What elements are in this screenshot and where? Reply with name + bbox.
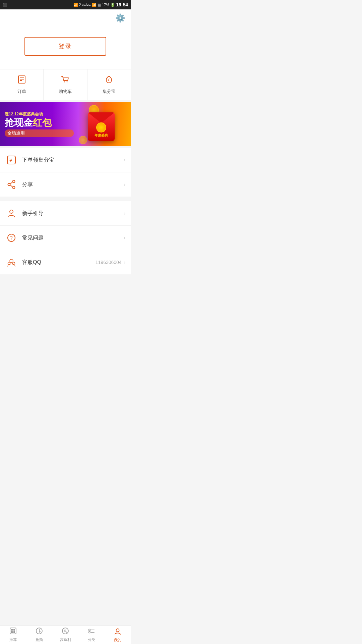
share-arrow: › [124,181,125,187]
qq-arrow: › [124,259,125,265]
banner-title-big: 抢现金红包 [5,118,74,128]
quick-action-orders[interactable]: 订单 [0,69,44,100]
menu-section-2: 新手引导 › ? 常见问题 › 客服QQ [0,201,131,274]
banner-right: 1212 年度盛典 [72,102,131,146]
svg-point-11 [13,186,15,189]
banner-content: 逛12.12年度盛典会场 抢现金红包 全场通用 [0,102,78,146]
cart-icon [61,75,70,87]
guide-icon [6,208,16,218]
share-icon [6,179,16,190]
faq-arrow: › [124,235,125,241]
carrier-number: 2 [79,3,81,7]
wifi-icon: 📶 [73,3,78,7]
menu-item-qq[interactable]: 客服QQ 1196306004 › [0,250,131,274]
menu-section-1: ¥ 下单领集分宝 › 分享 › [0,148,131,197]
cart-label: 购物车 [59,89,72,95]
svg-point-14 [10,210,13,213]
order-points-arrow: › [124,157,125,163]
quick-actions-bar: 订单 购物车 ¥ 集分宝 [0,69,131,100]
menu-item-order-points[interactable]: ¥ 下单领集分宝 › [0,148,131,172]
network-type: 3G/2G [82,3,91,6]
orders-label: 订单 [17,89,26,95]
svg-point-10 [8,183,10,186]
faq-icon: ? [6,233,16,243]
svg-text:¥: ¥ [9,158,12,163]
status-bar: ⬛ 📶 2 3G/2G 📶 ▦ 17% 🔋 19:54 [0,0,131,9]
menu-item-faq[interactable]: ? 常见问题 › [0,226,131,250]
orders-icon [17,75,26,87]
qq-label: 客服QQ [22,259,96,266]
order-points-icon: ¥ [6,155,16,165]
guide-arrow: › [124,210,125,216]
banner[interactable]: 逛12.12年度盛典会场 抢现金红包 全场通用 1212 年度盛典 [0,102,131,146]
photo-icon: ⬛ [3,3,7,7]
menu-item-share[interactable]: 分享 › [0,172,131,197]
svg-point-9 [13,180,15,183]
svg-point-17 [10,259,13,263]
qq-icon [6,257,16,267]
points-label: 集分宝 [103,89,116,95]
qq-value: 1196306004 [96,260,122,265]
section-gap [0,197,131,199]
login-area: 登录 [0,27,131,69]
svg-point-4 [64,82,65,83]
bottom-spacer [0,274,131,281]
signal-icon: 📶 [92,3,97,7]
svg-line-13 [10,185,13,187]
svg-text:¥: ¥ [107,78,110,82]
svg-point-5 [66,82,67,83]
header-area: ⚙️ [0,9,131,27]
battery-icon: 🔋 [110,3,115,7]
menu-item-guide[interactable]: 新手引导 › [0,201,131,226]
order-points-label: 下单领集分宝 [22,157,124,164]
settings-button[interactable]: ⚙️ [115,13,125,23]
sim-icon: ▦ [98,3,101,7]
guide-label: 新手引导 [22,210,124,217]
points-icon: ¥ [104,75,114,87]
status-icons: 📶 2 3G/2G 📶 ▦ 17% 🔋 19:54 [73,2,128,7]
banner-title-small: 逛12.12年度盛典会场 [5,111,74,117]
svg-line-12 [10,182,13,184]
faq-label: 常见问题 [22,234,124,241]
svg-text:?: ? [10,235,13,240]
quick-action-cart[interactable]: 购物车 [44,69,87,100]
quick-action-points[interactable]: ¥ 集分宝 [87,69,131,100]
banner-subtitle: 全场通用 [5,129,74,137]
status-left: ⬛ [3,3,7,7]
login-button[interactable]: 登录 [24,37,106,56]
share-label: 分享 [22,181,124,188]
clock: 19:54 [116,2,128,7]
battery-text: 17% [102,3,109,7]
